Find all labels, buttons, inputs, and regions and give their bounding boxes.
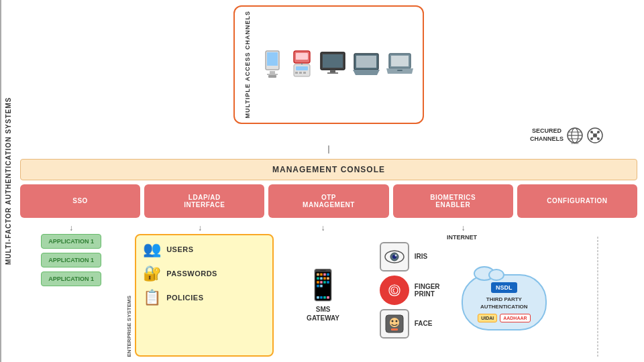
fingerprint-icon — [385, 281, 404, 300]
app-box-1: APPLICATION 1 — [41, 234, 101, 249]
biometrics-internet-col: ↓ INTERNET — [372, 222, 553, 357]
svg-rect-10 — [299, 72, 302, 74]
monitor1-icon — [319, 51, 346, 78]
bio-fingerprint: FINGER PRINT — [380, 276, 458, 305]
top-section: MULTIPLE ACCESS CHANNELS — [20, 5, 637, 155]
module-biometrics: BIOMETRICS ENABLER — [393, 184, 513, 218]
kiosk-icon — [260, 50, 284, 79]
svg-text:www: www — [572, 141, 579, 144]
lock-icon: 🔐 — [143, 265, 161, 282]
bio-iris: IRIS — [380, 242, 458, 272]
passwords-label: PASSWORDS — [166, 269, 217, 278]
bio-face: FACE — [380, 309, 458, 339]
logo-row: UIDAI AADHAAR — [478, 314, 530, 322]
bio-arrow: ↓ — [461, 223, 465, 233]
config-col: ↓ — [558, 222, 637, 357]
svg-rect-3 — [267, 74, 278, 75]
policies-icon: 📋 — [143, 289, 161, 306]
sms-col: ↓ 📱 SMSGATEWAY — [278, 222, 368, 357]
device-icons — [260, 50, 413, 79]
svg-rect-9 — [295, 72, 298, 74]
svg-point-43 — [395, 320, 397, 322]
ent-users: 👥 USERS — [143, 241, 266, 258]
fingerprint-label: FINGER PRINT — [415, 283, 440, 298]
secured-channels-label: SECUREDCHANNELS — [530, 127, 564, 143]
otp-arrow: ↓ — [321, 223, 325, 233]
sms-gateway-label: SMSGATEWAY — [307, 305, 339, 322]
bio-third-row: IRIS — [380, 242, 547, 357]
svg-rect-44 — [391, 328, 398, 330]
svg-point-33 — [590, 137, 593, 140]
svg-rect-20 — [397, 70, 402, 71]
policies-label: POLICIES — [166, 294, 203, 302]
svg-rect-8 — [296, 66, 308, 70]
svg-rect-6 — [296, 53, 308, 60]
pos-terminal-icon — [291, 50, 313, 79]
svg-rect-1 — [267, 52, 278, 66]
fingerprint-icon-box — [380, 276, 409, 305]
svg-rect-19 — [391, 56, 409, 66]
svg-point-32 — [597, 131, 600, 133]
internet-label: INTERNET — [447, 234, 480, 241]
enterprise-box: 👥 USERS 🔐 PASSWORDS 📋 POLICIES — [135, 234, 274, 357]
management-console: MANAGEMENT CONSOLE — [20, 159, 637, 180]
svg-point-42 — [391, 320, 393, 322]
monitor2-icon — [353, 52, 380, 76]
network-icon — [586, 127, 604, 144]
www-icon: www — [566, 127, 584, 144]
svg-rect-14 — [330, 70, 335, 72]
module-configuration: CONFIGURATION — [517, 184, 637, 218]
laptop-icon — [386, 52, 413, 76]
app-box-2: APPLICATION 1 — [41, 253, 101, 267]
face-label: FACE — [415, 320, 433, 327]
content-area: MULTIPLE ACCESS CHANNELS — [15, 0, 644, 362]
svg-rect-2 — [270, 71, 275, 74]
left-label: MULTI-FACTOR AUTHENTICATION SYSTEMS — [0, 0, 15, 362]
sms-icon: 📱 — [305, 267, 341, 302]
module-otp: OTP MANAGEMENT — [268, 184, 388, 218]
ldap-arrow: ↓ — [126, 223, 274, 233]
cloud-box: NSDL THIRD PARTY AUTHENTICATION UIDAI AA… — [462, 274, 547, 330]
ent-policies: 📋 POLICIES — [143, 289, 266, 306]
users-icon: 👥 — [143, 241, 161, 258]
face-icon-box — [380, 309, 409, 339]
svg-point-31 — [590, 131, 593, 133]
bottom-row: ↓ APPLICATION 1 APPLICATION 1 APPLICATIO… — [20, 222, 637, 357]
module-ldap: LDAP/AD INTERFACE — [144, 184, 264, 218]
svg-rect-11 — [303, 72, 306, 74]
iris-icon-box — [380, 242, 409, 272]
module-sso: SSO — [20, 184, 140, 218]
sso-arrow: ↓ — [69, 223, 73, 233]
iris-icon — [384, 249, 405, 264]
svg-point-34 — [597, 137, 600, 140]
nsdl-logo: NSDL — [491, 282, 517, 293]
app-box-3: APPLICATION 1 — [41, 272, 101, 286]
iris-label: IRIS — [415, 253, 427, 260]
aadhaar-logo: AADHAAR — [500, 314, 530, 322]
svg-rect-13 — [323, 54, 343, 68]
users-label: USERS — [166, 245, 193, 253]
main-container: MULTI-FACTOR AUTHENTICATION SYSTEMS MULT… — [0, 0, 644, 362]
enterprise-col: ↓ ENTERPRISE SYSTEMS 👥 USERS 🔐 PASSWORDS — [126, 222, 274, 357]
mac-box: MULTIPLE ACCESS CHANNELS — [233, 5, 424, 124]
face-icon — [384, 314, 405, 334]
svg-rect-15 — [327, 72, 338, 74]
uidai-logo: UIDAI — [478, 314, 497, 322]
ent-passwords: 🔐 PASSWORDS — [143, 265, 266, 282]
enterprise-label: ENTERPRISE SYSTEMS — [126, 234, 132, 357]
biometrics-items: IRIS — [380, 242, 458, 357]
third-party-label: THIRD PARTY AUTHENTICATION — [471, 296, 537, 310]
modules-row: SSO LDAP/AD INTERFACE OTP MANAGEMENT BIO… — [20, 184, 637, 218]
svg-rect-4 — [268, 75, 276, 78]
sso-col: ↓ APPLICATION 1 APPLICATION 1 APPLICATIO… — [20, 222, 122, 357]
mac-label: MULTIPLE ACCESS CHANNELS — [244, 11, 251, 119]
svg-rect-17 — [356, 56, 376, 68]
svg-point-38 — [394, 254, 396, 256]
third-party-col: NSDL THIRD PARTY AUTHENTICATION UIDAI AA… — [462, 242, 547, 357]
config-box — [597, 237, 598, 357]
